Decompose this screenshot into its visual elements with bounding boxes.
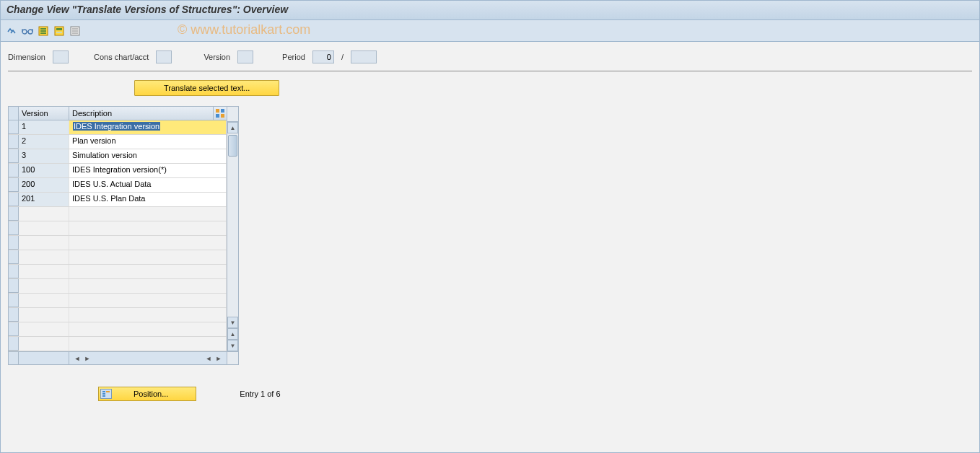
table-row-empty <box>9 308 227 322</box>
svg-rect-11 <box>72 30 78 32</box>
table-row[interactable]: 1IDES Integration version <box>9 120 227 135</box>
cell-version[interactable]: 100 <box>19 164 69 177</box>
scroll-down-icon[interactable]: ▼ <box>227 317 238 328</box>
title-bar: Change View "Translate Versions of Struc… <box>0 0 980 20</box>
scroll-thumb[interactable] <box>228 135 237 157</box>
cell-version <box>19 308 69 322</box>
cell-version <box>19 279 69 293</box>
cell-version[interactable]: 200 <box>19 178 69 192</box>
svg-rect-18 <box>102 391 105 392</box>
svg-point-0 <box>22 30 27 34</box>
cell-description <box>69 322 227 336</box>
cell-description[interactable]: IDES Integration version <box>69 120 227 134</box>
cell-description <box>69 221 227 235</box>
hscroll-left-icon[interactable]: ◄ <box>72 353 82 364</box>
cell-description[interactable]: Simulation version <box>69 149 227 163</box>
svg-rect-15 <box>216 114 219 118</box>
header-description[interactable]: Description <box>69 107 214 120</box>
row-marker[interactable] <box>9 120 19 134</box>
row-marker <box>9 221 19 235</box>
table-row[interactable]: 201IDES U.S. Plan Data <box>9 193 227 207</box>
table-row-empty <box>9 294 227 308</box>
dimension-label: Dimension <box>8 53 45 61</box>
select-all-icon[interactable] <box>37 25 50 38</box>
cell-description[interactable]: IDES U.S. Actual Data <box>69 178 227 192</box>
scroll-page-down-icon[interactable]: ▼ <box>227 340 238 351</box>
header-version[interactable]: Version <box>19 107 69 120</box>
cell-version <box>19 221 69 235</box>
cell-version[interactable]: 1 <box>19 120 69 134</box>
table-row-empty <box>9 322 227 337</box>
table-config-icon[interactable] <box>214 107 227 120</box>
cell-description[interactable]: Plan version <box>69 135 227 149</box>
table-row[interactable]: 200IDES U.S. Actual Data <box>9 178 227 193</box>
svg-rect-20 <box>102 395 105 397</box>
select-block-icon[interactable] <box>53 25 66 38</box>
period-separator: / <box>341 53 344 61</box>
hscroll-left-end-icon[interactable]: ◄ <box>204 353 214 364</box>
table-row[interactable]: 3Simulation version <box>9 149 227 164</box>
cell-description[interactable]: IDES U.S. Plan Data <box>69 193 227 206</box>
table-row[interactable]: 2Plan version <box>9 135 227 149</box>
parameters-row: Dimension Cons chart/acct Version Period… <box>8 50 972 71</box>
cell-description <box>69 265 227 278</box>
svg-rect-5 <box>40 32 46 34</box>
cell-version[interactable]: 201 <box>19 193 69 206</box>
glasses-icon[interactable] <box>21 25 34 38</box>
cell-version[interactable]: 3 <box>19 149 69 163</box>
version-label: Version <box>204 53 230 61</box>
table-row-empty <box>9 207 227 221</box>
table-row-empty <box>9 250 227 265</box>
cell-version <box>19 337 69 351</box>
vertical-scrollbar[interactable]: ▲ ▼ ▲ ▼ <box>227 107 238 364</box>
hscroll-right-icon[interactable]: ► <box>82 353 92 364</box>
svg-rect-19 <box>102 393 105 395</box>
table-marker-header[interactable] <box>9 107 19 120</box>
period-input[interactable] <box>312 50 334 63</box>
svg-rect-12 <box>72 32 78 34</box>
row-marker[interactable] <box>9 193 19 206</box>
cons-chart-input[interactable] <box>156 50 172 63</box>
deselect-all-icon[interactable] <box>69 25 82 38</box>
page-title: Change View "Translate Versions of Struc… <box>6 4 288 15</box>
cell-version <box>19 236 69 250</box>
content-area: Dimension Cons chart/acct Version Period… <box>0 42 980 453</box>
toolbar: © www.tutorialkart.com <box>0 20 980 42</box>
cell-version[interactable]: 2 <box>19 135 69 149</box>
table-row-empty <box>9 265 227 279</box>
toggle-icon[interactable] <box>5 25 18 38</box>
table-header: Version Description <box>9 107 227 120</box>
period-label: Period <box>282 53 305 61</box>
row-marker[interactable] <box>9 149 19 163</box>
row-marker[interactable] <box>9 135 19 149</box>
version-input[interactable] <box>237 50 253 63</box>
watermark: © www.tutorialkart.com <box>178 22 310 38</box>
svg-rect-7 <box>56 28 62 30</box>
row-marker[interactable] <box>9 164 19 177</box>
cell-version <box>19 250 69 264</box>
cell-description <box>69 250 227 264</box>
scroll-track[interactable] <box>227 133 238 317</box>
cell-version <box>19 322 69 336</box>
scroll-up-icon[interactable]: ▲ <box>227 122 238 133</box>
hscroll-right-end-icon[interactable]: ► <box>214 353 224 364</box>
cell-description[interactable]: IDES Integration version(*) <box>69 164 227 177</box>
table-row[interactable]: 100IDES Integration version(*) <box>9 164 227 178</box>
cons-chart-label: Cons chart/acct <box>94 53 149 61</box>
scroll-page-up-icon[interactable]: ▲ <box>227 328 238 340</box>
position-button[interactable]: Position... <box>98 387 196 401</box>
table-row-empty <box>9 279 227 294</box>
svg-rect-6 <box>55 27 64 35</box>
hscroll-marker <box>9 352 19 365</box>
row-marker <box>9 236 19 250</box>
cell-version <box>19 207 69 221</box>
svg-rect-16 <box>221 114 224 118</box>
translate-selected-button[interactable]: Translate selected text... <box>134 80 279 96</box>
translate-button-row: Translate selected text... <box>8 80 972 96</box>
row-marker <box>9 250 19 264</box>
entry-count-label: Entry 1 of 6 <box>240 390 280 398</box>
dimension-input[interactable] <box>53 50 69 63</box>
svg-rect-8 <box>56 32 62 33</box>
period-year-input[interactable] <box>351 50 377 63</box>
row-marker[interactable] <box>9 178 19 192</box>
